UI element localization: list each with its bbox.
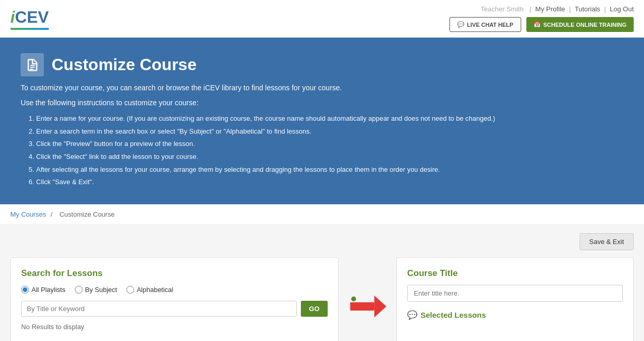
radio-alpha-input[interactable] — [126, 286, 134, 294]
user-name: Teacher Smith — [481, 5, 524, 13]
search-input[interactable] — [21, 301, 297, 317]
radio-by-subject[interactable]: By Subject — [75, 286, 117, 294]
main-content: Save & Exit Search for Lessons All Playl… — [0, 225, 644, 341]
my-profile-link[interactable]: My Profile — [535, 5, 565, 13]
course-title-input[interactable] — [407, 285, 623, 302]
selected-lessons-text: Selected Lessons — [421, 311, 486, 319]
hero-title: Customize Course — [52, 55, 197, 74]
tutorials-link[interactable]: Tutorials — [575, 5, 600, 13]
nav-separator-3: | — [604, 5, 608, 13]
header-right: Teacher Smith | My Profile | Tutorials |… — [449, 5, 634, 32]
svg-marker-4 — [374, 296, 386, 318]
svg-rect-0 — [30, 65, 35, 66]
course-title-label: Course Title — [407, 268, 623, 279]
arrow-container — [347, 257, 388, 324]
svg-point-5 — [351, 297, 356, 301]
hero-title-row: Customize Course — [21, 53, 623, 76]
header-buttons: 💬 LIVE CHAT HELP 📅 SCHEDULE ONLINE TRAIN… — [449, 17, 634, 32]
hero-instruction-3: Click the "Preview" button for a preview… — [36, 138, 623, 151]
hero-instruction-1: Enter a name for your course. (If you ar… — [36, 112, 623, 125]
search-panel: Search for Lessons All Playlists By Subj… — [10, 257, 339, 341]
breadcrumb-separator: / — [51, 210, 54, 218]
save-exit-row: Save & Exit — [10, 233, 634, 250]
search-row: GO — [21, 301, 328, 317]
document-icon — [25, 58, 40, 72]
logo-underline — [10, 28, 49, 30]
log-out-link[interactable]: Log Out — [610, 5, 634, 13]
breadcrumb-current: Customize Course — [59, 210, 115, 218]
arrow-icon — [347, 288, 388, 324]
hero-instruction-4: Click the "Select" link to add the lesso… — [36, 151, 623, 164]
chat-bubble-icon: 💬 — [457, 21, 464, 28]
course-panel: Course Title 💬 Selected Lessons — [396, 257, 634, 341]
logo-cev: CEV — [15, 8, 49, 26]
radio-group: All Playlists By Subject Alphabetical — [21, 286, 328, 294]
logo: iCEV — [10, 8, 49, 30]
search-panel-title: Search for Lessons — [21, 268, 328, 279]
hero-banner: Customize Course To customize your cours… — [0, 38, 644, 204]
header: iCEV Teacher Smith | My Profile | Tutori… — [0, 0, 644, 38]
svg-rect-3 — [350, 302, 375, 311]
schedule-label: SCHEDULE ONLINE TRAINING — [543, 22, 626, 28]
radio-alpha-label: Alphabetical — [137, 286, 173, 294]
logo-text: iCEV — [10, 8, 49, 27]
no-results-text: No Results to display — [21, 323, 328, 331]
calendar-icon: 📅 — [534, 21, 541, 28]
breadcrumb-my-courses[interactable]: My Courses — [10, 210, 46, 218]
hero-instructions-intro: Use the following instructions to custom… — [21, 98, 623, 108]
save-exit-button[interactable]: Save & Exit — [579, 233, 634, 250]
content-grid: Search for Lessons All Playlists By Subj… — [10, 257, 634, 341]
radio-all-input[interactable] — [21, 286, 29, 294]
live-chat-label: LIVE CHAT HELP — [467, 22, 513, 28]
radio-all-label: All Playlists — [31, 286, 66, 294]
nav-separator-1: | — [529, 5, 533, 13]
hero-icon — [21, 53, 44, 76]
header-nav: Teacher Smith | My Profile | Tutorials |… — [479, 5, 634, 13]
hero-instruction-6: Click "Save & Exit". — [36, 176, 623, 189]
go-button[interactable]: GO — [301, 301, 328, 317]
schedule-training-button[interactable]: 📅 SCHEDULE ONLINE TRAINING — [526, 17, 634, 32]
selected-lessons-label: 💬 Selected Lessons — [407, 310, 623, 320]
svg-rect-1 — [30, 67, 35, 68]
chat-bubble-selected-icon: 💬 — [407, 310, 417, 320]
radio-all-playlists[interactable]: All Playlists — [21, 286, 66, 294]
hero-instruction-5: After selecting all the lessons for your… — [36, 164, 623, 176]
logo-i: i — [10, 8, 15, 26]
radio-subject-label: By Subject — [85, 286, 117, 294]
nav-separator-2: | — [569, 5, 573, 13]
radio-alphabetical[interactable]: Alphabetical — [126, 286, 173, 294]
live-chat-button[interactable]: 💬 LIVE CHAT HELP — [449, 17, 521, 32]
radio-subject-input[interactable] — [75, 286, 83, 294]
svg-rect-2 — [30, 69, 33, 70]
breadcrumb: My Courses / Customize Course — [0, 204, 644, 225]
hero-instructions-list: Enter a name for your course. (If you ar… — [36, 112, 623, 189]
hero-description: To customize your course, you can search… — [21, 83, 623, 93]
hero-instruction-2: Enter a search term in the search box or… — [36, 125, 623, 138]
